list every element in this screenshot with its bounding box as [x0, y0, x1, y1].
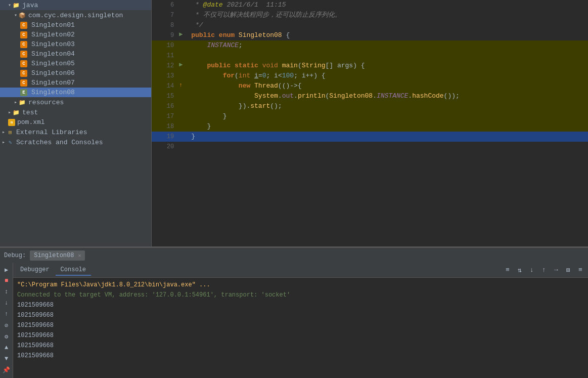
line-number: 14: [152, 81, 178, 91]
line-number: 9: [152, 30, 178, 40]
line-number: 20: [152, 142, 178, 152]
scroll-down-button[interactable]: ↓: [526, 265, 537, 276]
settings2-button[interactable]: ≡: [575, 265, 586, 276]
gutter: [178, 132, 187, 142]
code-line: * 不仅可以解决线程同步，还可以防止反序列化。: [187, 10, 588, 20]
line-number: 18: [152, 121, 178, 132]
sidebar-item-java[interactable]: ▾ 📁 java: [0, 0, 151, 10]
sidebar-item-label: Singleton08: [31, 89, 75, 96]
stop-button[interactable]: ■: [2, 276, 12, 286]
sidebar-item-label: Singleton06: [31, 69, 75, 77]
table-row: 19 }: [152, 132, 588, 142]
run-arrow: ▶: [179, 31, 183, 38]
sidebar-item-test[interactable]: ▸ 📁 test: [0, 107, 151, 117]
sidebar-item-scratches[interactable]: ▸ ✎ Scratches and Consoles: [0, 137, 151, 147]
sidebar-item-singleton05[interactable]: C Singleton05: [0, 59, 151, 68]
table-row: 13 for(int i=0; i<100; i++) {: [152, 71, 588, 81]
java-icon: C: [20, 31, 27, 38]
gutter: [178, 51, 187, 61]
step-out-button[interactable]: ↑: [2, 309, 12, 319]
close-icon[interactable]: ✕: [78, 253, 81, 259]
java-enum-icon: E: [20, 89, 27, 96]
sidebar-item-resources[interactable]: ▸ 📁 resources: [0, 97, 151, 107]
tab-console[interactable]: Console: [56, 265, 91, 276]
sidebar-item-singleton02[interactable]: C Singleton02: [0, 30, 151, 39]
table-row: 7 * 不仅可以解决线程同步，还可以防止反序列化。: [152, 10, 588, 20]
settings-button[interactable]: ⚙: [2, 331, 12, 342]
java-icon: C: [20, 79, 27, 87]
restore-layout-button[interactable]: ⇅: [514, 265, 525, 276]
line-number: 12: [152, 61, 178, 71]
java-icon: C: [20, 51, 27, 58]
filter-button[interactable]: ⊞: [563, 265, 574, 276]
up-button[interactable]: ▲: [2, 343, 12, 353]
line-number: 8: [152, 20, 178, 30]
gutter: [178, 101, 187, 111]
step-over-button[interactable]: ↕: [2, 287, 12, 297]
console-output-line: 1021509668: [17, 341, 584, 351]
menu-button[interactable]: ≡: [502, 265, 513, 276]
gutter: [178, 111, 187, 121]
debug-side-toolbar: ▶ ■ ↕ ↓ ↑ ⊘ ⚙ ▲ ▼ 📌: [0, 263, 13, 378]
step-into-button[interactable]: ↓: [2, 298, 12, 308]
sidebar-item-singleton07[interactable]: C Singleton07: [0, 78, 151, 88]
sidebar-item-singleton08[interactable]: E Singleton08: [0, 88, 151, 97]
line-number: 6: [152, 0, 178, 10]
scroll-up-button[interactable]: ↑: [538, 265, 550, 276]
console-toolbar: Debugger Console ≡ ⇅ ↓ ↑ → ⊞ ≡: [13, 263, 588, 278]
table-row: 12 ▶ public static void main(String[] ar…: [152, 61, 588, 71]
sidebar-item-singleton03[interactable]: C Singleton03: [0, 39, 151, 49]
folder-icon: 📁: [12, 1, 20, 9]
sidebar-item-label: Singleton07: [31, 79, 75, 87]
sidebar-item-label: com.cyc.design.singleton: [28, 12, 123, 19]
table-row: 18 }: [152, 121, 588, 132]
console-output[interactable]: "C:\Program Files\Java\jdk1.8.0_212\bin\…: [13, 278, 588, 378]
table-row: 9 ▶ public enum Singleton08 {: [152, 30, 588, 40]
console-output-line: 1021509668: [17, 351, 584, 361]
tab-debugger[interactable]: Debugger: [15, 265, 55, 276]
sidebar-item-label: Scratches and Consoles: [16, 139, 103, 146]
sidebar-item-label: Singleton03: [31, 40, 75, 48]
table-row: 16 }).start();: [152, 101, 588, 111]
sidebar-item-ext-libs[interactable]: ▸ ⊞ External Libraries: [0, 127, 151, 137]
chevron-icon: ▸: [2, 139, 5, 145]
down-button[interactable]: ▼: [2, 354, 12, 364]
line-number: 15: [152, 91, 178, 101]
code-line: }: [187, 132, 588, 142]
resume-button[interactable]: ▶: [2, 265, 12, 275]
console-cmd-line: "C:\Program Files\Java\jdk1.8.0_212\bin\…: [17, 280, 584, 290]
line-number: 19: [152, 132, 178, 142]
gutter: [178, 0, 187, 10]
sidebar-item-label: resources: [28, 99, 64, 106]
pin-button[interactable]: 📌: [2, 365, 12, 375]
chevron-icon: ▾: [8, 2, 11, 8]
sidebar-item-label: pom.xml: [17, 118, 45, 126]
gutter: ▶: [178, 61, 187, 71]
code-line: [187, 51, 588, 61]
mute-breakpoints-button[interactable]: ⊘: [2, 320, 12, 330]
sidebar-item-label: External Libraries: [16, 129, 87, 136]
next-button[interactable]: →: [551, 265, 562, 276]
bottom-main: Debugger Console ≡ ⇅ ↓ ↑ → ⊞ ≡ "C:\Progr…: [13, 263, 588, 378]
bottom-panel: Debug: Singleton08 ✕ ▶ ■ ↕ ↓ ↑ ⊘ ⚙ ▲ ▼ 📌…: [0, 246, 588, 378]
scratches-icon: ✎: [6, 138, 14, 146]
sidebar-item-pom[interactable]: m pom.xml: [0, 117, 151, 127]
sidebar-item-singleton04[interactable]: C Singleton04: [0, 49, 151, 59]
gutter: ▶: [178, 30, 187, 40]
line-number: 7: [152, 10, 178, 20]
console-output-line: 1021509668: [17, 330, 584, 341]
code-line: System.out.println(Singleton08.INSTANCE.…: [187, 91, 588, 101]
java-icon: C: [20, 60, 27, 67]
sidebar-item-label: test: [22, 109, 38, 116]
code-content[interactable]: 6 * @date 2021/6/1 11:15 7 * 不仅可以解决线程同步，…: [152, 0, 588, 246]
sidebar-item-singleton01[interactable]: C Singleton01: [0, 20, 151, 30]
sidebar-item-package[interactable]: ▾ 📦 com.cyc.design.singleton: [0, 10, 151, 20]
code-editor: 6 * @date 2021/6/1 11:15 7 * 不仅可以解决线程同步，…: [152, 0, 588, 246]
debug-session-tab[interactable]: Singleton08 ✕: [30, 250, 85, 261]
gutter: [178, 10, 187, 20]
code-line: public enum Singleton08 {: [187, 30, 588, 40]
sidebar-item-singleton06[interactable]: C Singleton06: [0, 68, 151, 78]
code-line: public static void main(String[] args) {: [187, 61, 588, 71]
table-row: 8 */: [152, 20, 588, 30]
project-sidebar: ▾ 📁 java ▾ 📦 com.cyc.design.singleton C …: [0, 0, 152, 246]
